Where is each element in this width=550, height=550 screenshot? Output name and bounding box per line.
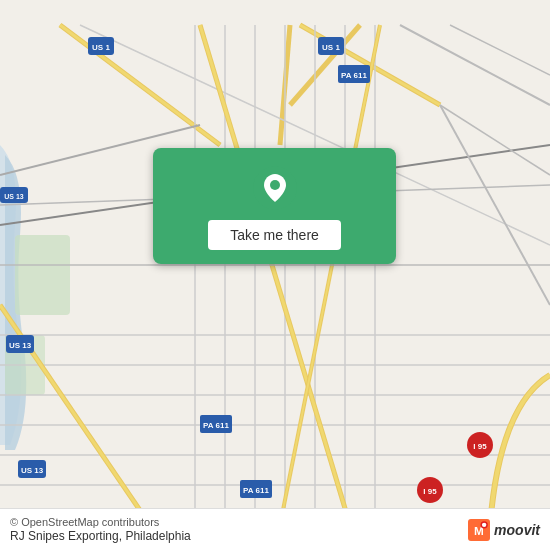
svg-text:US 1: US 1 [92, 43, 110, 52]
svg-rect-0 [15, 235, 70, 315]
take-me-there-button[interactable]: Take me there [208, 220, 341, 250]
location-pin-icon [253, 166, 297, 210]
svg-line-35 [440, 105, 550, 305]
location-label: RJ Snipes Exporting, Philadelphia [10, 529, 191, 543]
svg-text:US 13: US 13 [21, 466, 44, 475]
svg-text:PA 611: PA 611 [203, 421, 229, 430]
map-container: US 1 US 1 PA 611 US 13 US 13 PA 611 PA 6… [0, 0, 550, 550]
svg-line-33 [450, 25, 550, 75]
moovit-logo: M moovit [468, 519, 540, 541]
svg-text:I 95: I 95 [473, 442, 487, 451]
svg-text:I 95: I 95 [423, 487, 437, 496]
svg-text:US 13: US 13 [4, 193, 24, 200]
info-card: Take me there [153, 148, 396, 264]
svg-text:US 13: US 13 [9, 341, 32, 350]
svg-text:PA 611: PA 611 [341, 71, 367, 80]
map-roads: US 1 US 1 PA 611 US 13 US 13 PA 611 PA 6… [0, 0, 550, 550]
svg-line-34 [440, 105, 550, 175]
svg-point-57 [270, 180, 280, 190]
svg-point-61 [482, 522, 486, 526]
svg-text:US 1: US 1 [322, 43, 340, 52]
svg-text:PA 611: PA 611 [243, 486, 269, 495]
moovit-icon: M [468, 519, 490, 541]
osm-attribution: © OpenStreetMap contributors [10, 516, 191, 528]
svg-line-24 [200, 25, 350, 525]
bottom-bar: © OpenStreetMap contributors RJ Snipes E… [0, 508, 550, 550]
moovit-brand-text: moovit [494, 522, 540, 538]
